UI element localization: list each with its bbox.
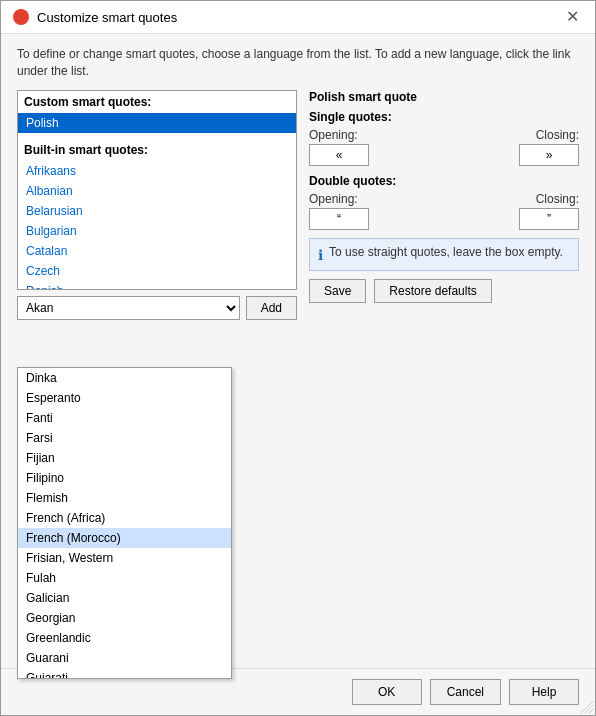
builtin-quotes-header: Built-in smart quotes: — [18, 139, 296, 161]
save-button[interactable]: Save — [309, 279, 366, 303]
dd-item[interactable]: Gujarati — [18, 668, 231, 678]
dd-item-selected[interactable]: French (Morocco) — [18, 528, 231, 548]
single-opening-input[interactable] — [309, 144, 369, 166]
list-item[interactable]: Bulgarian — [18, 221, 296, 241]
single-opening-label: Opening: — [309, 128, 369, 142]
double-opening-field: Opening: — [309, 192, 369, 230]
dd-item[interactable]: Georgian — [18, 608, 231, 628]
info-icon: ℹ — [318, 246, 323, 264]
dd-item[interactable]: Fijian — [18, 448, 231, 468]
list-item[interactable]: Polish — [18, 113, 296, 133]
ok-button[interactable]: OK — [352, 679, 422, 705]
dd-item[interactable]: Filipino — [18, 468, 231, 488]
dd-item[interactable]: Guarani — [18, 648, 231, 668]
double-quotes-label: Double quotes: — [309, 174, 579, 188]
right-panel: Polish smart quote Single quotes: Openin… — [309, 90, 579, 320]
custom-quotes-header: Custom smart quotes: — [18, 91, 296, 113]
dropdown-list-inner[interactable]: Dinka Esperanto Fanti Farsi Fijian Filip… — [18, 368, 231, 678]
double-quotes-section: Double quotes: Opening: Closing: — [309, 174, 579, 230]
double-opening-label: Opening: — [309, 192, 369, 206]
list-item[interactable]: Danish — [18, 281, 296, 290]
dd-item[interactable]: Greenlandic — [18, 628, 231, 648]
double-closing-field: Closing: — [519, 192, 579, 230]
dd-item[interactable]: Fanti — [18, 408, 231, 428]
dd-item[interactable]: Esperanto — [18, 388, 231, 408]
double-closing-label: Closing: — [519, 192, 579, 206]
dd-item[interactable]: Frisian, Western — [18, 548, 231, 568]
double-closing-input[interactable] — [519, 208, 579, 230]
dd-item[interactable]: Galician — [18, 588, 231, 608]
description-text: To define or change smart quotes, choose… — [17, 46, 579, 80]
right-panel-title: Polish smart quote — [309, 90, 579, 104]
close-button[interactable]: ✕ — [562, 9, 583, 25]
dialog-title: Customize smart quotes — [37, 10, 177, 25]
dd-item[interactable]: French (Africa) — [18, 508, 231, 528]
info-box: ℹ To use straight quotes, leave the box … — [309, 238, 579, 271]
list-item[interactable]: Czech — [18, 261, 296, 281]
restore-defaults-button[interactable]: Restore defaults — [374, 279, 491, 303]
list-item[interactable]: Belarusian — [18, 201, 296, 221]
list-item[interactable]: Albanian — [18, 181, 296, 201]
single-closing-field: Closing: — [519, 128, 579, 166]
add-button[interactable]: Add — [246, 296, 297, 320]
language-list[interactable]: Custom smart quotes: Polish Built-in sma… — [17, 90, 297, 290]
info-text: To use straight quotes, leave the box em… — [329, 245, 563, 261]
single-closing-label: Closing: — [519, 128, 579, 142]
list-item[interactable]: Afrikaans — [18, 161, 296, 181]
action-row: Save Restore defaults — [309, 279, 579, 303]
single-closing-input[interactable] — [519, 144, 579, 166]
list-item[interactable]: Catalan — [18, 241, 296, 261]
dropdown-open-list: Dinka Esperanto Fanti Farsi Fijian Filip… — [17, 367, 232, 679]
single-quotes-label: Single quotes: — [309, 110, 579, 124]
titlebar: Customize smart quotes ✕ — [1, 1, 595, 34]
resize-handle[interactable] — [581, 701, 593, 713]
single-quotes-section: Single quotes: Opening: Closing: — [309, 110, 579, 166]
left-panel: Custom smart quotes: Polish Built-in sma… — [17, 90, 297, 320]
dd-item[interactable]: Farsi — [18, 428, 231, 448]
language-dropdown[interactable]: Akan — [17, 296, 240, 320]
cancel-button[interactable]: Cancel — [430, 679, 501, 705]
single-opening-field: Opening: — [309, 128, 369, 166]
app-icon — [13, 9, 29, 25]
svg-line-1 — [585, 705, 593, 713]
svg-line-2 — [589, 709, 593, 713]
dd-item[interactable]: Fulah — [18, 568, 231, 588]
dd-item[interactable]: Flemish — [18, 488, 231, 508]
dd-item[interactable]: Dinka — [18, 368, 231, 388]
help-button[interactable]: Help — [509, 679, 579, 705]
double-opening-input[interactable] — [309, 208, 369, 230]
